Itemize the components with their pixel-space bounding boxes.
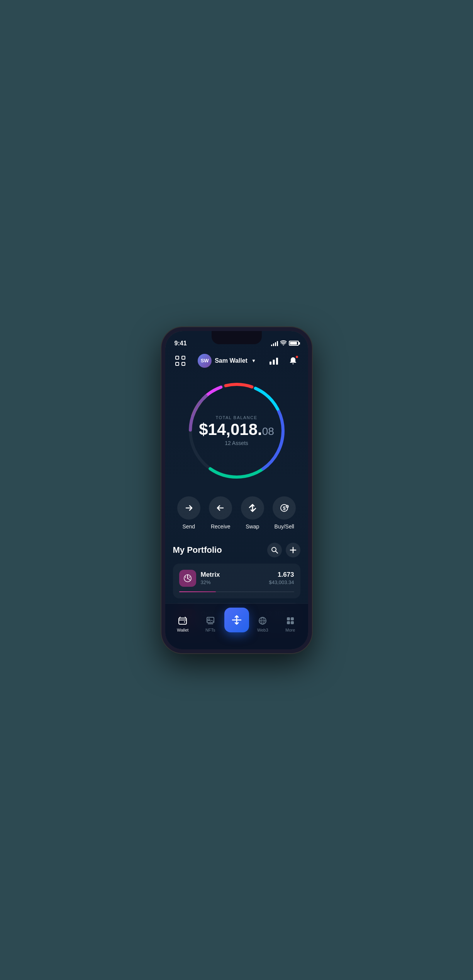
asset-card-metrix[interactable]: Metrix 32% 1.673 $43,003.34 (173, 564, 300, 598)
metrix-usd: $43,003.34 (269, 579, 294, 585)
metrix-progress-bar (179, 591, 294, 592)
svg-rect-2 (176, 362, 179, 365)
send-icon (177, 496, 200, 520)
signal-icon (271, 341, 278, 346)
wifi-icon (280, 340, 287, 346)
notch (212, 331, 262, 344)
buysell-label: Buy/Sell (275, 523, 294, 530)
svg-rect-0 (176, 356, 179, 359)
center-action-button[interactable] (224, 608, 249, 632)
avatar: SW (198, 354, 212, 368)
portfolio-header: My Portfolio (173, 543, 300, 557)
metrix-info: Metrix 32% (201, 571, 264, 585)
asset-row-metrix: Metrix 32% 1.673 $43,003.34 (179, 570, 294, 587)
wallet-icon (177, 615, 188, 626)
send-label: Send (182, 523, 195, 530)
metrix-progress-fill (179, 591, 216, 592)
buysell-icon: $ (273, 496, 296, 520)
send-button[interactable]: Send (177, 496, 200, 530)
scan-icon[interactable] (173, 353, 188, 368)
bottom-nav: Wallet NFTs (165, 603, 308, 649)
status-time: 9:41 (175, 340, 187, 347)
receive-icon (209, 496, 232, 520)
balance-main: $14,018. (199, 420, 262, 438)
nav-more[interactable]: More (276, 615, 304, 632)
phone-frame: 9:41 (161, 327, 312, 653)
svg-rect-1 (182, 356, 185, 359)
svg-rect-5 (273, 360, 275, 365)
nav-web3[interactable]: Web3 (249, 615, 277, 632)
wallet-name: Sam Wallet (215, 357, 248, 364)
battery-icon (289, 341, 299, 346)
wallet-nav-label: Wallet (177, 628, 188, 632)
svg-rect-40 (291, 621, 294, 624)
svg-point-29 (184, 621, 185, 622)
portfolio-actions (267, 543, 300, 557)
swap-button[interactable]: Swap (241, 496, 264, 530)
search-button[interactable] (267, 543, 282, 557)
balance-circle: TOTAL BALANCE $14,018.08 12 Assets (183, 377, 291, 485)
more-icon (285, 615, 296, 626)
metrix-amount: 1.673 (269, 571, 294, 579)
chevron-down-icon: ▼ (251, 358, 256, 363)
screen: 9:41 (165, 331, 308, 649)
svg-rect-38 (291, 617, 294, 620)
receive-button[interactable]: Receive (209, 496, 232, 530)
swap-icon (241, 496, 264, 520)
svg-rect-6 (276, 358, 278, 365)
metrix-name: Metrix (201, 571, 264, 579)
metrix-percentage: 32% (201, 579, 264, 585)
balance-section: TOTAL BALANCE $14,018.08 12 Assets (165, 373, 308, 493)
wallet-selector[interactable]: SW Sam Wallet ▼ (198, 354, 256, 368)
balance-cents: 08 (262, 425, 274, 437)
add-asset-button[interactable] (286, 543, 300, 557)
metrix-values: 1.673 $43,003.34 (269, 571, 294, 585)
svg-rect-39 (287, 621, 290, 624)
more-nav-label: More (285, 628, 295, 632)
web3-nav-label: Web3 (257, 628, 268, 632)
balance-amount: $14,018.08 (199, 421, 274, 438)
nfts-icon (205, 615, 216, 626)
svg-text:$: $ (283, 505, 286, 511)
nfts-nav-label: NFTs (205, 628, 215, 632)
balance-center: TOTAL BALANCE $14,018.08 12 Assets (199, 415, 274, 446)
svg-line-20 (276, 551, 278, 553)
swap-label: Swap (246, 523, 259, 530)
header-right (266, 353, 300, 368)
svg-point-27 (187, 577, 188, 579)
metrix-logo (179, 570, 196, 587)
portfolio-title: My Portfolio (173, 545, 222, 555)
receive-label: Receive (211, 523, 231, 530)
web3-icon (257, 615, 268, 626)
chart-icon[interactable] (266, 353, 281, 368)
action-buttons: Send Receive (165, 493, 308, 539)
bell-icon[interactable] (286, 353, 300, 368)
balance-assets: 12 Assets (199, 440, 274, 446)
notification-badge (295, 355, 299, 359)
svg-rect-37 (287, 617, 290, 620)
svg-rect-4 (270, 362, 271, 365)
header: SW Sam Wallet ▼ (165, 350, 308, 373)
balance-label: TOTAL BALANCE (199, 415, 274, 420)
svg-rect-28 (179, 618, 186, 624)
status-icons (271, 340, 299, 346)
buysell-button[interactable]: $ Buy/Sell (273, 496, 296, 530)
nav-wallet[interactable]: Wallet (169, 615, 197, 632)
svg-rect-3 (182, 362, 185, 365)
nav-nfts[interactable]: NFTs (197, 615, 224, 632)
